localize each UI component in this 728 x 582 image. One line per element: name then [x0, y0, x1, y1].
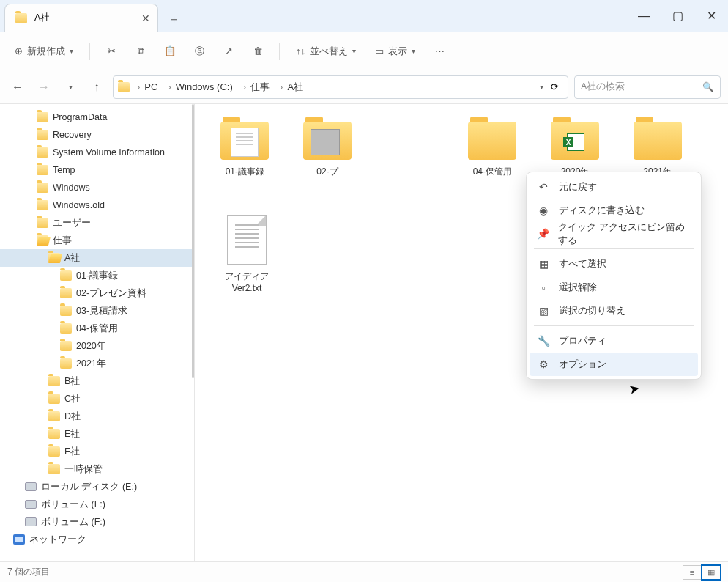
close-window-button[interactable]: ✕	[694, 0, 728, 32]
tree-item-label: E社	[64, 428, 80, 441]
tree-item-label: A社	[64, 252, 80, 265]
chevron-down-icon: ▾	[70, 47, 73, 55]
tree-item[interactable]: E社	[0, 425, 194, 443]
tree-item[interactable]: D社	[0, 408, 194, 425]
tree-item[interactable]: 03-見積請求	[0, 302, 194, 320]
crumb-drive[interactable]: Windows (C:)	[176, 81, 233, 92]
refresh-icon[interactable]: ⟳	[546, 81, 563, 92]
context-menu-item[interactable]: ▨選択の切り替え	[530, 299, 698, 323]
tree-item[interactable]: F社	[0, 443, 194, 460]
folder-tile[interactable]: 02-プ	[297, 122, 359, 178]
tab-current[interactable]: A社 ✕	[4, 4, 158, 32]
maximize-button[interactable]: ▢	[661, 0, 694, 32]
menu-item-icon: 🔧	[537, 334, 550, 347]
tree-item[interactable]: System Volume Information	[0, 144, 194, 161]
context-menu-item[interactable]: ◉ディスクに書き込む	[530, 199, 698, 222]
tree-item[interactable]: 2020年	[0, 337, 194, 355]
context-menu-item[interactable]: 📌クイック アクセスにピン留めする	[530, 222, 698, 246]
navbar: ← → ▾ ↑ ›PC ›Windows (C:) ›仕事 ›A社 ▾ ⟳ A社…	[0, 70, 728, 104]
crumb-pc[interactable]: PC	[144, 81, 157, 92]
new-tab-button[interactable]: ＋	[161, 7, 186, 32]
search-input[interactable]: A社の検索 🔍	[574, 75, 721, 99]
folder-icon	[37, 183, 48, 193]
close-tab-icon[interactable]: ✕	[141, 12, 150, 24]
folder-tile[interactable]: 04-保管用	[461, 122, 524, 178]
tree-item[interactable]: 02-プレゼン資料	[0, 284, 194, 302]
tree-item[interactable]: Recovery	[0, 126, 194, 144]
menu-item-icon: ◉	[537, 204, 550, 217]
separator	[279, 43, 280, 60]
tree-item[interactable]: Windows	[0, 179, 194, 196]
folder-tile[interactable]: 2020年	[544, 122, 606, 178]
chevron-down-icon: ▾	[69, 83, 73, 91]
folder-icon	[37, 147, 48, 158]
tree-item[interactable]: ユーザー	[0, 214, 194, 232]
details-view-button[interactable]: ≡	[683, 565, 702, 580]
folder-icon	[551, 122, 599, 160]
new-button[interactable]: ⊕ 新規作成 ▾	[7, 39, 81, 64]
tree-item[interactable]: 仕事	[0, 232, 194, 249]
tree-item[interactable]: 01-議事録	[0, 267, 194, 284]
chevron-down-icon: ▾	[412, 47, 415, 55]
view-button[interactable]: ▭ 表示 ▾	[368, 39, 423, 64]
file-tile[interactable]: アイディアVer2.txt	[214, 215, 280, 293]
tab-title: A社	[34, 12, 50, 24]
folder-tile[interactable]: 2021年	[626, 122, 688, 178]
delete-button[interactable]: 🗑	[245, 39, 270, 64]
folder-icon	[37, 130, 48, 140]
tree-item[interactable]: ローカル ディスク (E:)	[0, 478, 194, 496]
tree-item-label: Windows.old	[53, 200, 105, 210]
share-button[interactable]: ↗	[216, 39, 241, 64]
menu-item-icon: ▦	[537, 257, 550, 270]
folder-icon	[37, 218, 48, 228]
more-button[interactable]: ⋯	[427, 39, 452, 64]
back-button[interactable]: ←	[7, 77, 28, 97]
tree-item[interactable]: ボリューム (F:)	[0, 496, 194, 513]
folder-icon	[634, 122, 682, 160]
recent-button[interactable]: ▾	[60, 77, 81, 97]
tree-item[interactable]: C社	[0, 390, 194, 408]
icons-view-button[interactable]: ▦	[702, 565, 721, 580]
context-menu-item[interactable]: ⚙オプション	[530, 353, 698, 376]
context-menu-item[interactable]: ▫選択解除	[530, 276, 698, 299]
context-menu-item[interactable]: 🔧プロパティ	[530, 329, 698, 353]
context-menu-item[interactable]: ↶元に戻す	[530, 175, 698, 199]
content-pane[interactable]: 01-議事録02-プ04-保管用2020年2021年アイディアVer2.txt …	[195, 104, 728, 561]
scrollbar[interactable]	[192, 104, 194, 378]
trash-icon: 🗑	[253, 45, 263, 56]
menu-item-label: すべて選択	[559, 257, 606, 270]
drive-icon	[25, 500, 37, 509]
menu-item-icon: ⚙	[537, 358, 550, 371]
paste-button[interactable]: 📋	[157, 39, 182, 64]
tree-item[interactable]: A社	[0, 249, 194, 267]
tree-item[interactable]: Windows.old	[0, 196, 194, 214]
copy-button[interactable]: ⧉	[128, 39, 153, 64]
tree-view[interactable]: ProgramDataRecoverySystem Volume Informa…	[0, 104, 195, 561]
crumb-current[interactable]: A社	[287, 81, 303, 94]
context-menu-item[interactable]: ▦すべて選択	[530, 252, 698, 276]
tree-item[interactable]: ボリューム (F:)	[0, 513, 194, 531]
tree-item[interactable]: 2021年	[0, 355, 194, 372]
minimize-button[interactable]: —	[627, 0, 661, 32]
tree-item[interactable]: ネットワーク	[0, 531, 194, 548]
folder-tile[interactable]: 01-議事録	[214, 122, 276, 178]
sort-button[interactable]: ↑↓ 並べ替え ▾	[289, 39, 363, 64]
tree-item[interactable]: 04-保管用	[0, 320, 194, 337]
cut-button[interactable]: ✂	[99, 39, 124, 64]
status-bar: 7 個の項目 ≡ ▦	[0, 561, 728, 582]
rename-button[interactable]: ⓐ	[187, 39, 212, 64]
folder-icon	[48, 429, 60, 439]
tree-item[interactable]: 一時保管	[0, 460, 194, 478]
tree-item[interactable]: Temp	[0, 161, 194, 179]
folder-icon	[60, 358, 72, 369]
forward-button[interactable]: →	[34, 77, 54, 97]
tree-item-label: 一時保管	[64, 463, 103, 476]
tree-item[interactable]: B社	[0, 372, 194, 390]
address-bar[interactable]: ›PC ›Windows (C:) ›仕事 ›A社 ▾ ⟳	[113, 75, 568, 99]
menu-item-icon: 📌	[537, 227, 549, 240]
crumb-folder[interactable]: 仕事	[250, 81, 270, 94]
cut-icon: ✂	[108, 45, 116, 56]
chevron-down-icon[interactable]: ▾	[540, 83, 543, 91]
tree-item[interactable]: ProgramData	[0, 108, 194, 126]
up-button[interactable]: ↑	[86, 77, 107, 97]
